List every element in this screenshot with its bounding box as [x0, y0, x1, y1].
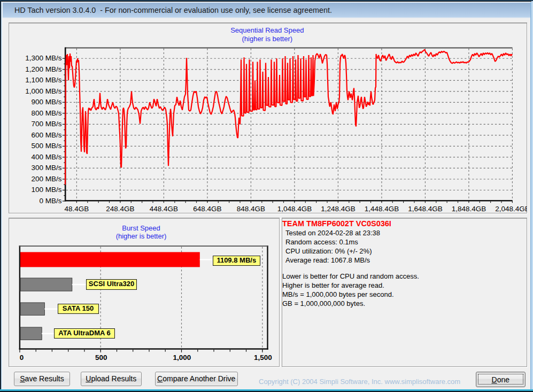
svg-text:400 MB/s: 400 MB/s	[31, 153, 61, 161]
svg-text:648.4GB: 648.4GB	[193, 205, 221, 213]
svg-text:800 MB/s: 800 MB/s	[31, 109, 61, 117]
svg-text:1,100 MB/s: 1,100 MB/s	[25, 76, 62, 84]
svg-text:100 MB/s: 100 MB/s	[31, 186, 61, 194]
svg-text:1,200 MB/s: 1,200 MB/s	[25, 65, 62, 73]
svg-text:200 MB/s: 200 MB/s	[31, 175, 61, 183]
svg-text:1,000: 1,000	[173, 353, 191, 362]
svg-text:1,000 MB/s: 1,000 MB/s	[25, 87, 62, 95]
svg-text:248.4GB: 248.4GB	[106, 205, 134, 213]
svg-text:600 MB/s: 600 MB/s	[31, 131, 61, 139]
svg-text:500: 500	[95, 353, 107, 362]
svg-text:1,300 MB/s: 1,300 MB/s	[25, 54, 62, 62]
svg-text:1,848.4GB: 1,848.4GB	[452, 205, 486, 213]
svg-text:0 MB/s: 0 MB/s	[39, 197, 61, 205]
svg-text:1,648.4GB: 1,648.4GB	[408, 205, 443, 213]
svg-text:700 MB/s: 700 MB/s	[31, 120, 61, 128]
svg-text:300 MB/s: 300 MB/s	[31, 164, 61, 172]
svg-text:500 MB/s: 500 MB/s	[31, 142, 61, 150]
svg-text:848.4GB: 848.4GB	[237, 205, 265, 213]
svg-text:0: 0	[20, 353, 24, 362]
svg-text:448.4GB: 448.4GB	[150, 205, 178, 213]
svg-text:2,048.4GB: 2,048.4GB	[495, 205, 530, 213]
svg-text:1,248.4GB: 1,248.4GB	[321, 205, 356, 213]
svg-text:1,448.4GB: 1,448.4GB	[365, 205, 399, 213]
svg-text:1,500: 1,500	[254, 353, 272, 362]
svg-text:900 MB/s: 900 MB/s	[31, 98, 61, 106]
svg-text:48.4GB: 48.4GB	[65, 205, 89, 213]
svg-text:1,048.4GB: 1,048.4GB	[277, 205, 312, 213]
